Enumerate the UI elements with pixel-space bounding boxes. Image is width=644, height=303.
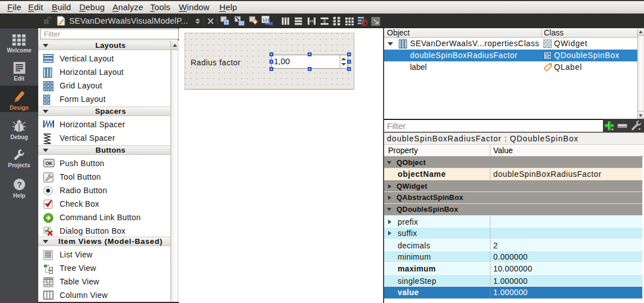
svg-text:OK: OK [46,161,53,166]
svg-text:123: 123 [263,17,271,23]
svg-text:?: ? [17,180,22,189]
